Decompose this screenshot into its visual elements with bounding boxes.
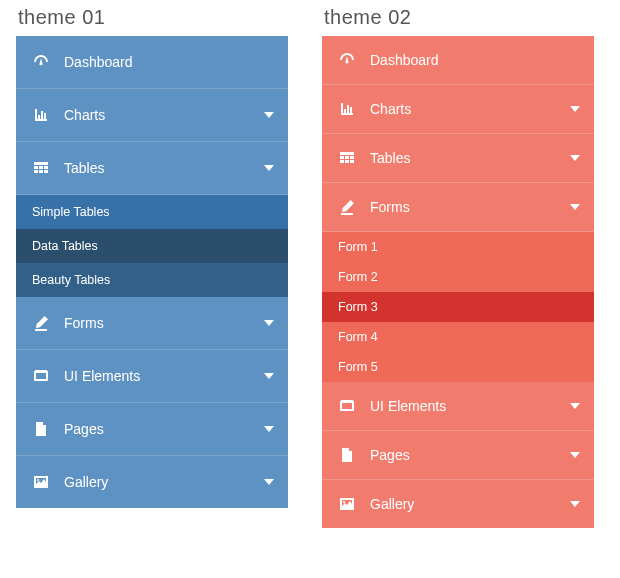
caret-down-icon [264, 479, 274, 485]
sidebar-item-label: Dashboard [64, 54, 133, 70]
sidebar-subitem-label: Form 2 [338, 270, 378, 284]
caret-down-icon [264, 112, 274, 118]
sidebar-item-label: Dashboard [370, 52, 439, 68]
theme1-panel: Dashboard Charts Tables Simple Tables Da… [16, 36, 288, 508]
gallery-icon [32, 474, 50, 490]
sidebar-subitem-data-tables[interactable]: Data Tables [16, 229, 288, 263]
gallery-icon [338, 496, 356, 512]
sidebar-subitem-label: Form 4 [338, 330, 378, 344]
caret-down-icon [264, 426, 274, 432]
sidebar-item-ui-elements[interactable]: UI Elements [322, 382, 594, 431]
sidebar-subitem-beauty-tables[interactable]: Beauty Tables [16, 263, 288, 297]
caret-down-icon [570, 501, 580, 507]
sidebar-subitem-label: Simple Tables [32, 205, 110, 219]
sidebar-item-gallery[interactable]: Gallery [16, 456, 288, 508]
ui-elements-icon [32, 368, 50, 384]
caret-down-icon [264, 165, 274, 171]
sidebar-item-label: Gallery [64, 474, 108, 490]
sidebar-item-label: Charts [370, 101, 411, 117]
caret-down-icon [570, 403, 580, 409]
forms-icon [32, 315, 50, 331]
caret-down-icon [570, 106, 580, 112]
sidebar-item-pages[interactable]: Pages [16, 403, 288, 456]
forms-icon [338, 199, 356, 215]
sidebar-item-charts[interactable]: Charts [16, 89, 288, 142]
sidebar-subitem-label: Form 1 [338, 240, 378, 254]
charts-icon [32, 107, 50, 123]
sidebar-item-charts[interactable]: Charts [322, 85, 594, 134]
sidebar-item-forms[interactable]: Forms [322, 183, 594, 232]
sidebar-subitem-form-2[interactable]: Form 2 [322, 262, 594, 292]
sidebar-item-label: Forms [64, 315, 104, 331]
caret-down-icon [570, 155, 580, 161]
pages-icon [338, 447, 356, 463]
sidebar-item-pages[interactable]: Pages [322, 431, 594, 480]
theme1-title: theme 01 [16, 6, 306, 34]
caret-down-icon [264, 373, 274, 379]
sidebar-item-label: UI Elements [370, 398, 446, 414]
sidebar-item-label: Tables [370, 150, 410, 166]
sidebar-item-tables[interactable]: Tables [322, 134, 594, 183]
sidebar-item-gallery[interactable]: Gallery [322, 480, 594, 528]
dashboard-icon [32, 54, 50, 70]
pages-icon [32, 421, 50, 437]
sidebar-subitem-label: Beauty Tables [32, 273, 110, 287]
dashboard-icon [338, 52, 356, 68]
sidebar-item-label: Pages [370, 447, 410, 463]
caret-down-icon [264, 320, 274, 326]
theme2-title: theme 02 [322, 6, 612, 34]
sidebar-item-label: Pages [64, 421, 104, 437]
caret-down-icon [570, 204, 580, 210]
sidebar-item-label: Forms [370, 199, 410, 215]
sidebar-item-tables[interactable]: Tables [16, 142, 288, 195]
sidebar-subitem-label: Data Tables [32, 239, 98, 253]
sidebar-item-label: UI Elements [64, 368, 140, 384]
caret-down-icon [570, 452, 580, 458]
tables-icon [338, 150, 356, 166]
sidebar-subitem-form-4[interactable]: Form 4 [322, 322, 594, 352]
sidebar-subitem-form-5[interactable]: Form 5 [322, 352, 594, 382]
charts-icon [338, 101, 356, 117]
sidebar-item-label: Gallery [370, 496, 414, 512]
sidebar-subitem-label: Form 3 [338, 300, 378, 314]
sidebar-item-dashboard[interactable]: Dashboard [322, 36, 594, 85]
tables-icon [32, 160, 50, 176]
sidebar-item-forms[interactable]: Forms [16, 297, 288, 350]
sidebar-item-ui-elements[interactable]: UI Elements [16, 350, 288, 403]
sidebar-subitem-form-1[interactable]: Form 1 [322, 232, 594, 262]
sidebar-subitem-simple-tables[interactable]: Simple Tables [16, 195, 288, 229]
sidebar-subitem-label: Form 5 [338, 360, 378, 374]
sidebar-item-dashboard[interactable]: Dashboard [16, 36, 288, 89]
sidebar-item-label: Charts [64, 107, 105, 123]
ui-elements-icon [338, 398, 356, 414]
theme2-panel: Dashboard Charts Tables Forms Form 1 [322, 36, 594, 528]
sidebar-subitem-form-3[interactable]: Form 3 [322, 292, 594, 322]
sidebar-item-label: Tables [64, 160, 104, 176]
